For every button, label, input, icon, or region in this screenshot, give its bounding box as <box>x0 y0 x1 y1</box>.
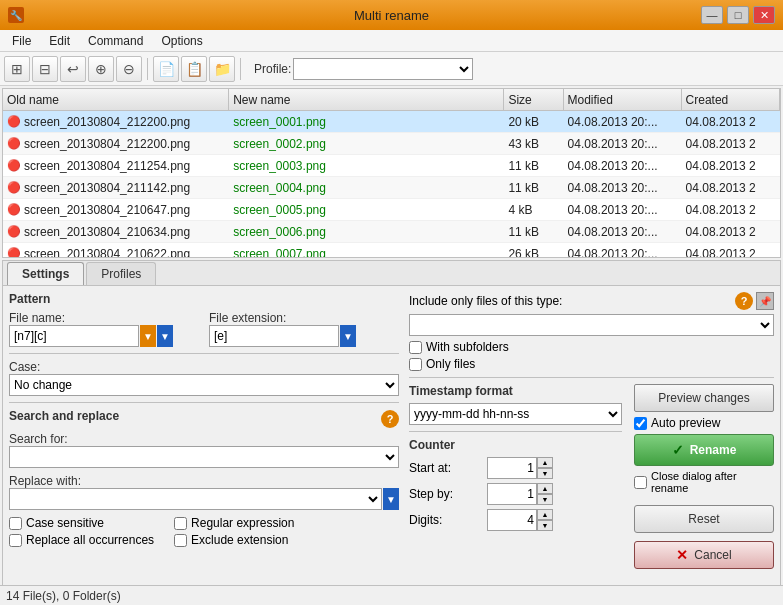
col-header-size[interactable]: Size <box>504 89 563 110</box>
rename-check-icon: ✓ <box>672 442 684 458</box>
menu-file[interactable]: File <box>4 32 39 50</box>
tab-bar: Settings Profiles <box>3 261 780 286</box>
include-type-select[interactable] <box>409 314 774 336</box>
col-header-new-name[interactable]: New name <box>229 89 504 110</box>
maximize-button[interactable]: □ <box>727 6 749 24</box>
toolbar-btn-3[interactable]: ↩ <box>60 56 86 82</box>
tab-profiles[interactable]: Profiles <box>86 262 156 285</box>
extension-input[interactable] <box>209 325 339 347</box>
tab-settings[interactable]: Settings <box>7 262 84 285</box>
col-header-created[interactable]: Created <box>682 89 780 110</box>
cell-size: 11 kB <box>504 225 563 239</box>
search-help-icon[interactable]: ? <box>381 410 399 428</box>
toolbar-btn-5[interactable]: ⊖ <box>116 56 142 82</box>
file-icon: 🔴 <box>7 115 21 128</box>
right-panel: Include only files of this type: ? 📌 Wit… <box>409 292 774 605</box>
include-help-icon[interactable]: ? <box>735 292 753 310</box>
profile-select[interactable] <box>293 58 473 80</box>
reset-button[interactable]: Reset <box>634 505 774 533</box>
table-row[interactable]: 🔴 screen_20130804_212200.png screen_0002… <box>3 133 780 155</box>
digits-down[interactable]: ▼ <box>537 520 553 531</box>
cancel-button[interactable]: ✕ Cancel <box>634 541 774 569</box>
cell-old-name: 🔴 screen_20130804_210634.png <box>3 225 229 239</box>
step-by-input[interactable] <box>487 483 537 505</box>
toolbar-btn-2[interactable]: ⊟ <box>32 56 58 82</box>
file-list-body[interactable]: 🔴 screen_20130804_212200.png screen_0001… <box>3 111 780 258</box>
regex-checkbox[interactable] <box>174 517 187 530</box>
digits-input[interactable] <box>487 509 537 531</box>
cell-new-name: screen_0001.png <box>229 115 504 129</box>
exclude-ext-row: Exclude extension <box>174 533 294 547</box>
file-list-header: Old name New name Size Modified Created <box>3 89 780 111</box>
digits-spin-btns: ▲ ▼ <box>537 509 553 531</box>
col-header-old-name[interactable]: Old name <box>3 89 229 110</box>
right-bottom: Timestamp format yyyy-mm-dd hh-nn-ss Cou… <box>409 384 774 569</box>
filename-input[interactable] <box>9 325 139 347</box>
toolbar-btn-6[interactable]: 📄 <box>153 56 179 82</box>
include-type-label: Include only files of this type: <box>409 294 562 308</box>
menu-command[interactable]: Command <box>80 32 151 50</box>
only-files-label: Only files <box>426 357 475 371</box>
timestamp-select[interactable]: yyyy-mm-dd hh-nn-ss <box>409 403 622 425</box>
file-icon: 🔴 <box>7 159 21 172</box>
menu-options[interactable]: Options <box>153 32 210 50</box>
exclude-ext-checkbox[interactable] <box>174 534 187 547</box>
only-files-checkbox[interactable] <box>409 358 422 371</box>
settings-panel: Pattern File name: ▼ ▼ File extension: <box>3 286 780 605</box>
file-list: Old name New name Size Modified Created … <box>2 88 781 258</box>
search-for-select[interactable] <box>9 446 399 468</box>
close-after-checkbox[interactable] <box>634 476 647 489</box>
auto-preview-label: Auto preview <box>651 416 720 430</box>
replace-all-checkbox[interactable] <box>9 534 22 547</box>
table-row[interactable]: 🔴 screen_20130804_210622.png screen_0007… <box>3 243 780 258</box>
step-by-up[interactable]: ▲ <box>537 483 553 494</box>
close-button[interactable]: ✕ <box>753 6 775 24</box>
filename-clear-arrow[interactable]: ▼ <box>157 325 173 347</box>
preview-changes-button[interactable]: Preview changes <box>634 384 774 412</box>
digits-up[interactable]: ▲ <box>537 509 553 520</box>
col-header-modified[interactable]: Modified <box>564 89 682 110</box>
start-at-spin-btns: ▲ ▼ <box>537 457 553 479</box>
filename-dropdown-arrow[interactable]: ▼ <box>140 325 156 347</box>
case-section: Case: No change Uppercase Lowercase Titl… <box>9 360 399 396</box>
rename-button[interactable]: ✓ Rename <box>634 434 774 466</box>
with-subfolders-checkbox[interactable] <box>409 341 422 354</box>
extension-dropdown-arrow[interactable]: ▼ <box>340 325 356 347</box>
toolbar-btn-8[interactable]: 📁 <box>209 56 235 82</box>
cell-modified: 04.08.2013 20:... <box>564 203 682 217</box>
toolbar-btn-1[interactable]: ⊞ <box>4 56 30 82</box>
table-row[interactable]: 🔴 screen_20130804_212200.png screen_0001… <box>3 111 780 133</box>
action-panel: Preview changes Auto preview ✓ Rename Cl… <box>634 384 774 569</box>
digits-spinner: ▲ ▼ <box>487 509 622 531</box>
start-at-down[interactable]: ▼ <box>537 468 553 479</box>
sep-1 <box>9 353 399 354</box>
menu-edit[interactable]: Edit <box>41 32 78 50</box>
case-sensitive-checkbox[interactable] <box>9 517 22 530</box>
toolbar-btn-7[interactable]: 📋 <box>181 56 207 82</box>
rename-btn-label: Rename <box>690 443 737 457</box>
cancel-btn-label: Cancel <box>694 548 731 562</box>
cell-new-name: screen_0006.png <box>229 225 504 239</box>
left-panel: Pattern File name: ▼ ▼ File extension: <box>9 292 399 605</box>
table-row[interactable]: 🔴 screen_20130804_210634.png screen_0006… <box>3 221 780 243</box>
cell-modified: 04.08.2013 20:... <box>564 247 682 259</box>
start-at-up[interactable]: ▲ <box>537 457 553 468</box>
extension-combo: ▼ <box>209 325 399 347</box>
search-replace-label: Search and replace <box>9 409 119 423</box>
pin-icon[interactable]: 📌 <box>756 292 774 310</box>
table-row[interactable]: 🔴 screen_20130804_211142.png screen_0004… <box>3 177 780 199</box>
case-select[interactable]: No change Uppercase Lowercase Title case <box>9 374 399 396</box>
minimize-button[interactable]: — <box>701 6 723 24</box>
table-row[interactable]: 🔴 screen_20130804_211254.png screen_0003… <box>3 155 780 177</box>
auto-preview-checkbox[interactable] <box>634 417 647 430</box>
step-by-down[interactable]: ▼ <box>537 494 553 505</box>
toolbar-btn-4[interactable]: ⊕ <box>88 56 114 82</box>
replace-with-select[interactable] <box>9 488 382 510</box>
cell-size: 20 kB <box>504 115 563 129</box>
replace-dropdown-arrow[interactable]: ▼ <box>383 488 399 510</box>
cell-modified: 04.08.2013 20:... <box>564 115 682 129</box>
window-title: Multi rename <box>354 8 429 23</box>
table-row[interactable]: 🔴 screen_20130804_210647.png screen_0005… <box>3 199 780 221</box>
filename-combo: ▼ ▼ <box>9 325 199 347</box>
start-at-input[interactable] <box>487 457 537 479</box>
